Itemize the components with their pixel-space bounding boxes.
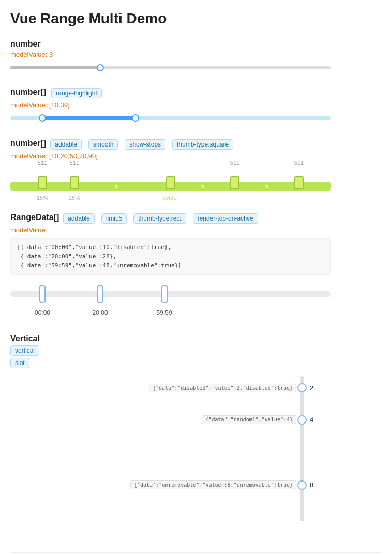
section-array-model: modelValue: [10,39] — [10, 101, 382, 109]
vert-label-2: {"data":"random1","value":4} — [202, 415, 296, 424]
vert-item-2: {"data":"random1","value":4} 4 — [297, 415, 307, 425]
code-line-1: [{"data":"00:00","value":10,"disabled":t… — [17, 243, 324, 252]
section-array-title: number[] — [10, 88, 46, 97]
vert-value-1: 2 — [310, 384, 313, 392]
number-slider[interactable] — [10, 63, 331, 73]
rd-thumb-3[interactable] — [161, 285, 168, 303]
section-number-array: number[] range-highlight modelValue: [10… — [10, 88, 382, 123]
section-multi-title: number[] — [10, 139, 46, 148]
range-data-model: modelValue: — [10, 226, 382, 234]
badge-thumb-rect: thumb-type:rect — [133, 213, 186, 224]
rd-thumb-rect-1[interactable] — [39, 285, 46, 303]
thumb-label-4: 511 — [230, 159, 239, 166]
vertical-slider-track[interactable]: {"data":"disabled","value":2,"disabled":… — [300, 376, 304, 521]
slider-fill — [10, 66, 100, 69]
rd-thumb-rect-3[interactable] — [161, 285, 168, 303]
rd-label-1: 00:00 — [35, 309, 50, 316]
thumb-group-5: 511 — [294, 176, 304, 189]
rd-label-3: 59:59 — [157, 309, 172, 316]
slider-track — [10, 66, 331, 69]
rd-track — [10, 291, 331, 297]
vertical-layout: {"data":"disabled","value":2,"disabled":… — [10, 376, 382, 521]
thumb-percent-1: 15% — [37, 195, 48, 201]
range-data-badges-row: RangeData[] addable limit:5 thumb-type:r… — [10, 213, 382, 224]
range-data-slider[interactable] — [10, 281, 331, 307]
thumb-group-2: 511 25% — [70, 176, 79, 189]
square-thumb-1[interactable] — [38, 176, 47, 189]
rd-thumb-1[interactable] — [39, 285, 46, 303]
model-label-array: modelValue: — [10, 101, 47, 109]
square-thumb-2[interactable] — [70, 176, 79, 189]
slider-thumb[interactable] — [97, 64, 104, 71]
code-line-3: {"data":"59:59","value":48,"unremovable"… — [17, 261, 324, 270]
square-thumb-3[interactable] — [166, 176, 175, 189]
range-fill — [42, 116, 135, 120]
stop-dot-5 — [201, 185, 204, 188]
multi-slider-area: 511 15% 511 25% center 511 511 — [10, 167, 331, 198]
rd-thumb-2[interactable] — [97, 285, 103, 303]
thumb-percent-2: 25% — [69, 195, 80, 201]
vert-thumb-1[interactable] — [297, 383, 307, 392]
section-range-data-title: RangeData[] — [10, 213, 59, 222]
vert-label-3: {"data":"unremovable","value":8,"unremov… — [130, 480, 296, 489]
model-value-multi: [10,20,50,70,90] — [49, 152, 98, 160]
section-range-data: RangeData[] addable limit:5 thumb-type:r… — [10, 213, 382, 319]
section-multi: number[] addable smooth show-stops thumb… — [10, 139, 382, 198]
rd-label-2: 20:00 — [93, 309, 108, 316]
vert-thumb-3[interactable] — [297, 480, 307, 490]
vert-item-1: {"data":"disabled","value":2,"disabled":… — [297, 383, 307, 392]
model-value-number: 3 — [49, 51, 53, 59]
rd-thumb-rect-2[interactable] — [97, 285, 103, 303]
vert-label-1: {"data":"disabled","value":2,"disabled":… — [149, 384, 296, 392]
section-number: number modelValue: 3 — [10, 39, 382, 73]
vert-thumb-2[interactable] — [297, 415, 307, 425]
badge-show-stops: show-stops — [125, 139, 165, 150]
vertical-badges: vertical slot — [10, 345, 382, 368]
square-thumb-5[interactable] — [294, 176, 304, 189]
range-data-code: [{"data":"00:00","value":10,"disabled":t… — [10, 238, 331, 275]
badge-range-highlight: range-highlight — [51, 88, 101, 98]
section-number-model: modelValue: 3 — [10, 51, 382, 59]
section-number-title: number — [10, 39, 382, 49]
thumb-group-3: center — [166, 176, 175, 189]
model-label-multi: modelValue: — [10, 152, 47, 160]
square-thumb-4[interactable] — [230, 176, 239, 189]
range-thumb-right[interactable] — [132, 114, 139, 122]
badge-vertical: vertical — [10, 345, 39, 356]
vertical-title: Vertical — [10, 334, 382, 343]
vert-item-3: {"data":"unremovable","value":8,"unremov… — [297, 480, 307, 490]
badge-render-top: render-top-on-active — [193, 213, 258, 224]
badge-thumb-type-square: thumb-type:square — [172, 139, 233, 150]
badge-slot: slot — [10, 358, 29, 368]
rd-labels: 00:00 20:00 59:59 — [10, 309, 331, 319]
thumb-group-1: 511 15% — [38, 176, 47, 189]
thumb-label-5: 511 — [294, 159, 304, 166]
model-label-rd: modelValue: — [10, 226, 47, 234]
code-line-2: {"data":"20:00","value":28}, — [17, 252, 324, 261]
thumb-label-2: 511 — [70, 159, 79, 166]
model-label: modelValue: — [10, 51, 47, 59]
stop-dot-3 — [115, 185, 118, 188]
badge-smooth: smooth — [88, 139, 118, 150]
range-thumb-left[interactable] — [39, 114, 46, 122]
vert-value-3: 8 — [310, 481, 313, 489]
multi-model: modelValue: [10,20,50,70,90] — [10, 152, 382, 160]
thumb-group-4: 511 — [230, 176, 239, 189]
multi-badges-row: number[] addable smooth show-stops thumb… — [10, 139, 382, 150]
vert-value-2: 4 — [310, 416, 313, 424]
range-track — [10, 116, 331, 120]
stop-dot-7 — [265, 185, 268, 188]
section-vertical: Vertical vertical slot {"data":"disabled… — [10, 334, 382, 521]
page-title: Vue Range Multi Demo — [10, 10, 382, 27]
thumb-label-1: 511 — [38, 159, 47, 166]
badge-limit5: limit:5 — [101, 213, 127, 224]
badge-addable: addable — [50, 139, 82, 150]
center-label: center — [163, 195, 179, 201]
range-highlight-slider[interactable] — [10, 113, 331, 123]
badge-addable-rd: addable — [63, 213, 95, 224]
model-value-array: [10,39] — [49, 101, 70, 109]
